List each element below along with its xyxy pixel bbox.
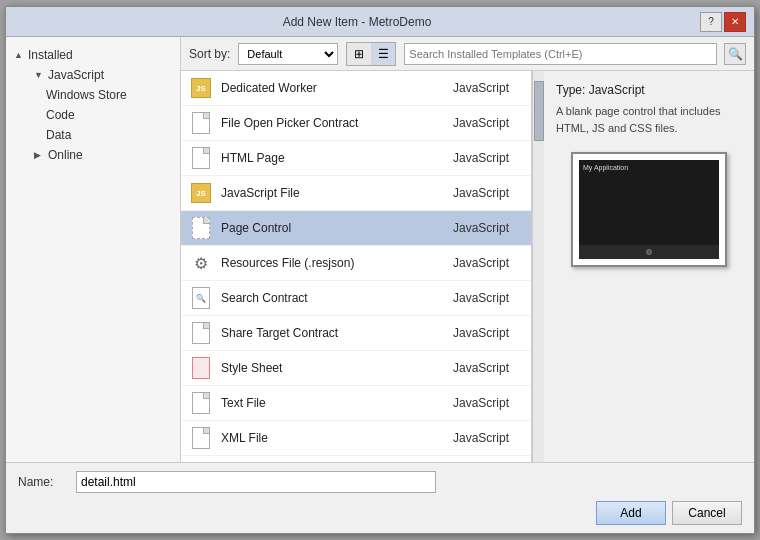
file-icon-picker	[189, 111, 213, 135]
scrollbar-thumb[interactable]	[534, 81, 544, 141]
file-type: JavaScript	[453, 116, 523, 130]
file-list-scrollbar[interactable]	[532, 71, 544, 462]
sidebar-item-online[interactable]: ▶ Online	[6, 145, 180, 165]
file-type: JavaScript	[453, 291, 523, 305]
view-buttons: ⊞ ☰	[346, 42, 396, 66]
file-type: JavaScript	[453, 151, 523, 165]
list-icon: ☰	[378, 47, 389, 61]
list-item[interactable]: Style Sheet JavaScript	[181, 351, 531, 386]
data-label: Data	[46, 128, 71, 142]
sidebar-item-installed[interactable]: ▲ Installed	[6, 45, 180, 65]
cancel-button[interactable]: Cancel	[672, 501, 742, 525]
file-type: JavaScript	[453, 326, 523, 340]
grid-icon: ⊞	[354, 47, 364, 61]
doc-icon	[192, 427, 210, 449]
file-icon-css	[189, 356, 213, 380]
file-name: JavaScript File	[221, 186, 445, 200]
preview-screen-text: My Application	[583, 164, 628, 171]
list-item[interactable]: ⚙ Resources File (.resjson) JavaScript	[181, 246, 531, 281]
javascript-label: JavaScript	[48, 68, 104, 82]
name-input[interactable]	[76, 471, 436, 493]
file-icon-page-control	[189, 216, 213, 240]
file-icon-js: JS	[189, 181, 213, 205]
content-area: JS Dedicated Worker JavaScript File Open…	[181, 71, 754, 462]
add-button[interactable]: Add	[596, 501, 666, 525]
file-type: JavaScript	[453, 396, 523, 410]
file-name: Page Control	[221, 221, 445, 235]
file-name: Search Contract	[221, 291, 445, 305]
list-item[interactable]: HTML Page JavaScript	[181, 141, 531, 176]
main-content: Sort by: Default Name Type ⊞ ☰ 🔍	[181, 37, 754, 462]
list-item[interactable]: Text File JavaScript	[181, 386, 531, 421]
file-name: Dedicated Worker	[221, 81, 445, 95]
search-button[interactable]: 🔍	[724, 43, 746, 65]
search-icon: 🔍	[728, 47, 743, 61]
installed-arrow: ▲	[14, 50, 24, 60]
file-name: HTML Page	[221, 151, 445, 165]
file-icon-search: 🔍	[189, 286, 213, 310]
file-icon-html	[189, 146, 213, 170]
sidebar-item-data[interactable]: Data	[6, 125, 180, 145]
info-panel: Type: JavaScript A blank page control th…	[544, 71, 754, 462]
code-label: Code	[46, 108, 75, 122]
toolbar: Sort by: Default Name Type ⊞ ☰ 🔍	[181, 37, 754, 71]
help-button[interactable]: ?	[700, 12, 722, 32]
dialog-title: Add New Item - MetroDemo	[14, 15, 700, 29]
file-icon-xml	[189, 426, 213, 450]
file-name: XML File	[221, 431, 445, 445]
list-item[interactable]: File Open Picker Contract JavaScript	[181, 106, 531, 141]
add-new-item-dialog: Add New Item - MetroDemo ? ✕ ▲ Installed…	[5, 6, 755, 534]
gear-icon: ⚙	[194, 254, 208, 273]
sort-select[interactable]: Default Name Type	[238, 43, 338, 65]
file-list: JS Dedicated Worker JavaScript File Open…	[181, 71, 532, 462]
name-label: Name:	[18, 475, 68, 489]
list-item[interactable]: Page Control JavaScript	[181, 211, 531, 246]
sidebar-item-windows-store[interactable]: Windows Store	[6, 85, 180, 105]
info-type: Type: JavaScript	[556, 83, 742, 97]
sidebar: ▲ Installed ▼ JavaScript Windows Store C…	[6, 37, 181, 462]
file-type: JavaScript	[453, 256, 523, 270]
file-type: JavaScript	[453, 361, 523, 375]
sidebar-item-javascript[interactable]: ▼ JavaScript	[6, 65, 180, 85]
file-type: JavaScript	[453, 431, 523, 445]
file-type: JavaScript	[453, 81, 523, 95]
close-button[interactable]: ✕	[724, 12, 746, 32]
list-view-button[interactable]: ☰	[371, 43, 395, 65]
windows-store-label: Windows Store	[46, 88, 127, 102]
sidebar-item-code[interactable]: Code	[6, 105, 180, 125]
preview-screen: My Application	[579, 160, 719, 245]
list-item[interactable]: XML File JavaScript	[181, 421, 531, 456]
search-input[interactable]	[404, 43, 717, 65]
red-doc-icon	[192, 357, 210, 379]
title-bar-buttons: ? ✕	[700, 12, 746, 32]
file-icon-share	[189, 321, 213, 345]
title-bar: Add New Item - MetroDemo ? ✕	[6, 7, 754, 37]
list-item[interactable]: JS Dedicated Worker JavaScript	[181, 71, 531, 106]
bottom-bar: Name: Add Cancel	[6, 462, 754, 533]
list-item[interactable]: JS JavaScript File JavaScript	[181, 176, 531, 211]
action-row: Add Cancel	[18, 501, 742, 525]
preview-frame: My Application	[571, 152, 727, 267]
doc-icon	[192, 392, 210, 414]
file-icon-text	[189, 391, 213, 415]
preview-bezel	[579, 245, 719, 259]
file-type: JavaScript	[453, 221, 523, 235]
list-item[interactable]: Share Target Contract JavaScript	[181, 316, 531, 351]
doc-dashed-icon	[192, 217, 210, 239]
javascript-arrow: ▼	[34, 70, 44, 80]
info-description: A blank page control that includes HTML,…	[556, 103, 742, 136]
js-icon: JS	[191, 183, 211, 203]
search-doc-icon: 🔍	[192, 287, 210, 309]
file-name: Share Target Contract	[221, 326, 445, 340]
doc-icon	[192, 322, 210, 344]
online-arrow: ▶	[34, 150, 44, 160]
list-item[interactable]: 🔍 Search Contract JavaScript	[181, 281, 531, 316]
online-label: Online	[48, 148, 83, 162]
file-type: JavaScript	[453, 186, 523, 200]
doc-icon	[192, 147, 210, 169]
file-icon-dedicated-worker: JS	[189, 76, 213, 100]
grid-view-button[interactable]: ⊞	[347, 43, 371, 65]
preview-container: My Application	[556, 152, 742, 267]
file-icon-resources: ⚙	[189, 251, 213, 275]
file-name: File Open Picker Contract	[221, 116, 445, 130]
